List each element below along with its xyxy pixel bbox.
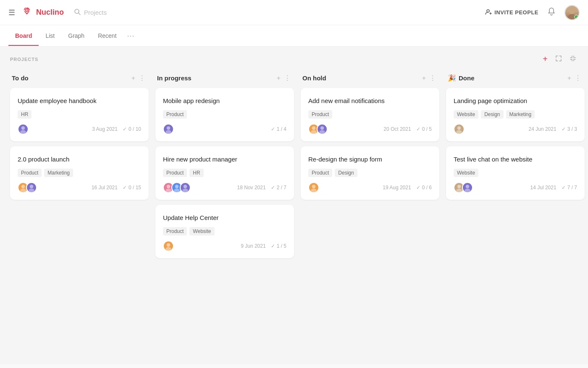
svg-point-31 (456, 130, 462, 134)
projects-label: PROJECTS (10, 57, 38, 62)
add-onhold-button[interactable]: + (420, 74, 428, 83)
card-title: Hire new product manager (163, 155, 286, 164)
invite-people-button[interactable]: INVITE PEOPLE (485, 8, 538, 16)
check-icon: ✓ (271, 185, 275, 191)
expand-button[interactable] (554, 54, 564, 64)
svg-point-27 (319, 130, 325, 134)
tag: Product (308, 169, 332, 177)
tag: Marketing (506, 110, 535, 119)
card-tasks: ✓ 0 / 5 (416, 126, 432, 132)
column-onhold-title: On hold (302, 74, 420, 82)
collapse-button[interactable] (568, 54, 578, 64)
avatar (308, 182, 319, 193)
tab-graph[interactable]: Graph (61, 26, 91, 46)
svg-point-20 (184, 185, 187, 188)
avatar (462, 182, 473, 193)
check-icon: ✓ (271, 126, 275, 132)
card-signup-form[interactable]: Re-design the signup form Product Design… (301, 146, 439, 200)
card-date: 14 Jul 2021 (530, 185, 556, 191)
avatar (454, 124, 465, 135)
tag: Design (335, 169, 357, 177)
column-done-header: 🎉 Done + ⋮ (446, 70, 585, 88)
avatar (317, 124, 328, 135)
svg-point-18 (175, 185, 178, 188)
tab-list[interactable]: List (39, 26, 61, 46)
card-avatars (163, 182, 191, 193)
svg-point-16 (167, 185, 170, 188)
board-area: PROJECTS + To do + ⋮ Updat (0, 47, 588, 364)
card-tasks: ✓ 2 / 7 (271, 185, 286, 191)
column-todo-title: To do (12, 74, 130, 82)
tag: Website (189, 227, 214, 236)
card-title: Mobile app redesign (163, 96, 286, 105)
card-product-launch[interactable]: 2.0 product launch Product Marketing 16 (10, 146, 149, 200)
add-project-button[interactable]: + (541, 53, 549, 65)
tab-recent[interactable]: Recent (91, 26, 123, 46)
tag: Product (18, 169, 42, 177)
add-inprogress-button[interactable]: + (275, 74, 282, 83)
tab-more-button[interactable]: ⋯ (123, 25, 138, 46)
card-footer: 24 Jun 2021 ✓ 3 / 3 (454, 124, 577, 135)
onhold-more-button[interactable]: ⋮ (428, 73, 438, 83)
card-footer: ✓ 1 / 4 (163, 124, 286, 135)
svg-point-35 (465, 189, 470, 192)
card-date: 24 Jun 2021 (529, 126, 556, 132)
header-actions: INVITE PEOPLE (485, 5, 580, 20)
card-live-chat[interactable]: Test live chat on the website Website 14… (446, 146, 585, 200)
card-date: 18 Nov 2021 (237, 185, 266, 191)
card-footer: 14 Jul 2021 ✓ 7 / 7 (454, 182, 577, 193)
logo[interactable]: Nuclino (21, 6, 64, 19)
column-inprogress: In progress + ⋮ Mobile app redesign Prod… (155, 70, 294, 263)
card-tags: Website Design Marketing (454, 110, 577, 119)
svg-point-22 (167, 243, 170, 246)
search-area[interactable]: Projects (74, 8, 107, 16)
invite-label: INVITE PEOPLE (494, 9, 538, 16)
svg-point-13 (29, 189, 34, 192)
card-tasks: ✓ 7 / 7 (562, 185, 577, 191)
card-title: Add new email notifications (308, 96, 432, 105)
card-help-center[interactable]: Update Help Center Product Website 9 Jun… (155, 205, 294, 258)
svg-point-34 (466, 185, 469, 188)
inprogress-more-button[interactable]: ⋮ (282, 73, 292, 83)
card-tags: Product HR (163, 169, 286, 177)
svg-point-17 (165, 189, 171, 192)
avatar (18, 124, 29, 135)
column-done: 🎉 Done + ⋮ Landing page optimization Web… (446, 70, 585, 263)
tag: Product (163, 110, 187, 119)
card-tasks: ✓ 1 / 5 (271, 243, 286, 249)
card-avatars (308, 182, 319, 193)
user-avatar[interactable] (564, 5, 580, 20)
tag: Product (163, 169, 187, 177)
svg-point-12 (30, 185, 33, 188)
card-tasks: ✓ 0 / 15 (123, 185, 141, 191)
menu-button[interactable]: ☰ (8, 8, 15, 17)
svg-point-28 (312, 185, 315, 188)
card-title: Re-design the signup form (308, 155, 432, 164)
notifications-button[interactable] (547, 7, 556, 18)
card-tasks: ✓ 0 / 6 (416, 185, 432, 191)
card-title: Update Help Center (163, 213, 286, 222)
invite-icon (485, 8, 492, 16)
check-icon: ✓ (416, 185, 420, 191)
card-avatars (454, 182, 473, 193)
card-date: 16 Jul 2021 (92, 185, 118, 191)
card-hire-pm[interactable]: Hire new product manager Product HR (155, 146, 294, 200)
tab-board[interactable]: Board (8, 26, 39, 46)
todo-more-button[interactable]: ⋮ (137, 73, 147, 83)
card-landing-page[interactable]: Landing page optimization Website Design… (446, 88, 585, 141)
svg-point-6 (570, 9, 575, 14)
avatar (163, 124, 174, 135)
add-todo-button[interactable]: + (130, 74, 137, 83)
done-more-button[interactable]: ⋮ (573, 73, 583, 83)
check-icon: ✓ (562, 126, 566, 132)
done-icon: 🎉 (448, 74, 456, 82)
card-footer: 18 Nov 2021 ✓ 2 / 7 (163, 182, 286, 193)
card-email-notifications[interactable]: Add new email notifications Product 20 O… (301, 88, 439, 141)
add-done-button[interactable]: + (566, 74, 573, 83)
card-avatars (454, 124, 465, 135)
card-update-handbook[interactable]: Update employee handbook HR 3 Aug 2021 ✓… (10, 88, 149, 141)
card-mobile-redesign[interactable]: Mobile app redesign Product ✓ 1 / 4 (155, 88, 294, 141)
svg-point-8 (21, 126, 25, 130)
tag: Marketing (44, 169, 73, 177)
search-label: Projects (84, 9, 107, 16)
